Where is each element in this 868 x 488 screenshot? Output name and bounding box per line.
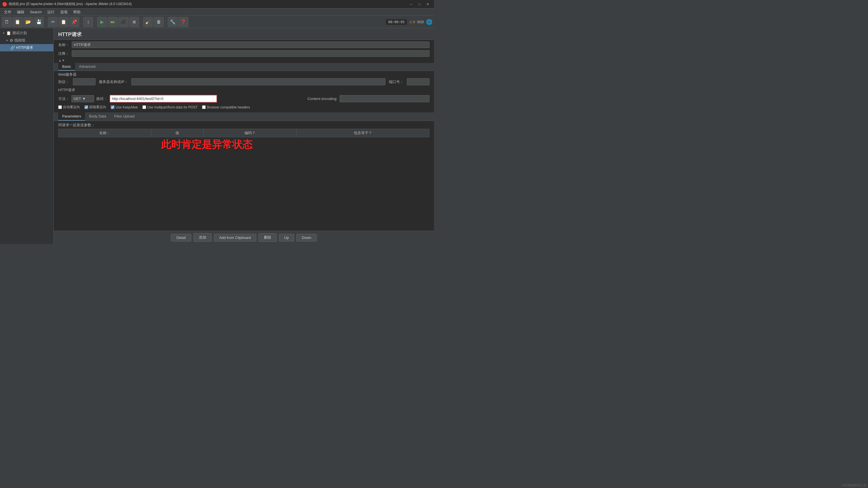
comment-input[interactable] (72, 50, 430, 57)
follow-redirect-checkbox[interactable] (85, 105, 88, 109)
add-button[interactable]: 添加 (193, 233, 212, 242)
name-row: 名称： (54, 40, 434, 49)
warning-indicator: ⚠ 0 (409, 20, 415, 24)
web-server-section: Web服务器 协议： 服务器名称或IP： 端口号： (54, 71, 434, 86)
col-encode: 编码？ (204, 129, 297, 137)
tab-body-data[interactable]: Body Data (85, 112, 110, 121)
path-label: 路径： (96, 96, 107, 101)
toolbar-sep-2 (81, 18, 82, 26)
main-layout: ▼ 📋 测试计划 ▼ ⚙ 线程组 🔗 HTTP请求 HTTP请求 名称： (0, 28, 434, 244)
tab-advanced[interactable]: Advanced (75, 63, 99, 71)
browser-compat-label: Browser compatible headers (207, 105, 250, 109)
menu-run[interactable]: 运行 (44, 9, 57, 15)
clear-button[interactable]: 🧹 (143, 17, 153, 27)
port-label: 端口号： (389, 79, 403, 85)
table-area: 同请求一起发送参数： 名称： 值 编码？ 包含等于？ (54, 121, 434, 137)
multipart-checkbox[interactable] (143, 105, 146, 109)
open-button[interactable]: 📂 (23, 17, 33, 27)
params-table-container: 名称： 值 编码？ 包含等于？ (54, 129, 434, 137)
check-auto-redirect[interactable]: 自动重定向 (58, 105, 80, 109)
down-button[interactable]: Down (297, 234, 316, 241)
browser-compat-checkbox[interactable] (202, 105, 206, 109)
copy-button[interactable]: 📋 (59, 17, 69, 27)
check-keepalive[interactable]: Use KeepAlive (111, 105, 138, 109)
toolbar-right: 00:00:05 ⚠ 0 0/10 🌐 (386, 19, 432, 25)
content-encoding-input[interactable] (340, 95, 430, 102)
menu-help[interactable]: 帮助 (70, 9, 83, 15)
test-count: 0/10 (417, 20, 424, 24)
tree-item-http-request[interactable]: 🔗 HTTP请求 (0, 44, 53, 52)
cut-button[interactable]: ✂ (48, 17, 58, 27)
expand-button[interactable]: ↕ (83, 17, 93, 27)
function-helper-button[interactable]: 🔧 (167, 17, 178, 27)
add-clipboard-button[interactable]: Add from Clipboard (214, 234, 256, 241)
http-request-icon: 🔗 (10, 45, 15, 50)
menu-options[interactable]: 选项 (57, 9, 70, 15)
tab-parameters[interactable]: Parameters (58, 112, 85, 121)
delete-button[interactable]: 删除 (258, 233, 277, 242)
path-input[interactable] (110, 95, 217, 102)
comment-label: 注释： (58, 51, 69, 56)
method-select[interactable]: GET ▼ (71, 95, 94, 102)
protocol-input[interactable] (73, 78, 95, 85)
menu-bar: 文件 编辑 Search 运行 选项 帮助 (0, 8, 434, 16)
web-server-row: 协议： 服务器名称或IP： 端口号： (58, 78, 430, 85)
menu-file[interactable]: 文件 (1, 9, 14, 15)
tree-item-thread-group[interactable]: ▼ ⚙ 线程组 (0, 37, 53, 44)
sidebar: ▼ 📋 测试计划 ▼ ⚙ 线程组 🔗 HTTP请求 (0, 28, 54, 244)
test-plan-icon: 📋 (6, 31, 11, 35)
port-input[interactable] (407, 78, 430, 85)
up-button[interactable]: Up (279, 234, 294, 241)
tree-item-test-plan[interactable]: ▼ 📋 测试计划 (0, 29, 53, 37)
collapse-icon[interactable]: ▲▼ (58, 59, 65, 62)
start-button[interactable]: ▶ (97, 17, 107, 27)
menu-edit[interactable]: 编辑 (14, 9, 27, 15)
toolbar-sep-1 (46, 18, 46, 26)
multipart-label: Use multipart/form-data for POST (147, 105, 198, 109)
start-no-pause-button[interactable]: ⏭ (107, 17, 118, 27)
check-follow-redirect[interactable]: 跟随重定向 (85, 105, 106, 109)
new-button[interactable]: 🗒 (2, 17, 12, 27)
keepalive-checkbox[interactable] (111, 105, 115, 109)
window-controls[interactable]: ─ □ ✕ (407, 1, 432, 7)
http-request-section: HTTP请求 方法： GET ▼ 路径： Content encoding: (54, 86, 434, 112)
sidebar-resize-handle[interactable] (52, 28, 53, 244)
check-browser-compat[interactable]: Browser compatible headers (202, 105, 250, 109)
stop-button[interactable]: ⬛ (118, 17, 129, 27)
open-template-button[interactable]: 📋 (12, 17, 23, 27)
web-server-title: Web服务器 (58, 72, 430, 77)
content-area: HTTP请求 名称： 注释： ▲▼ Basic Advanced (54, 28, 434, 244)
checkboxes-row: 自动重定向 跟随重定向 Use KeepAlive Use multipart/… (58, 104, 430, 111)
http-method-path-row: 方法： GET ▼ 路径： Content encoding: (58, 94, 430, 104)
title-bar: 🔴 线程组.jmx (E:\apache-jmeter-4.0\bin\线程组.… (0, 0, 434, 8)
detail-button[interactable]: Detail (171, 234, 191, 241)
help-button[interactable]: ❓ (178, 17, 188, 27)
save-button[interactable]: 💾 (34, 17, 44, 27)
clear-all-button[interactable]: 🗑 (154, 17, 164, 27)
tree-label-thread-group: 线程组 (14, 38, 25, 43)
tab-files-upload[interactable]: Files Upload (110, 112, 138, 121)
toolbar-sep-4 (141, 18, 141, 26)
follow-redirect-label: 跟随重定向 (89, 105, 106, 109)
bottom-bar: Detail 添加 Add from Clipboard 删除 Up Down (54, 231, 434, 244)
name-input[interactable] (72, 41, 430, 48)
check-multipart[interactable]: Use multipart/form-data for POST (143, 105, 198, 109)
toggle-icon-test-plan: ▼ (2, 32, 5, 35)
window-title: 线程组.jmx (E:\apache-jmeter-4.0\bin\线程组.jm… (9, 2, 132, 6)
auto-redirect-checkbox[interactable] (58, 105, 62, 109)
menu-search[interactable]: Search (27, 9, 44, 15)
tab-basic[interactable]: Basic (58, 63, 75, 71)
maximize-button[interactable]: □ (415, 1, 423, 7)
method-value: GET (73, 97, 81, 101)
col-value: 值 (151, 129, 204, 137)
shutdown-button[interactable]: ⏹ (129, 17, 139, 27)
minimize-button[interactable]: ─ (407, 1, 415, 7)
basic-advanced-tabs: Basic Advanced (54, 63, 434, 71)
col-include-equals: 包含等于？ (297, 129, 430, 137)
paste-button[interactable]: 📌 (69, 17, 80, 27)
http-section-title: HTTP请求 (58, 88, 430, 93)
close-button[interactable]: ✕ (424, 1, 432, 7)
timer-display: 00:00:05 (386, 19, 407, 25)
collapse-row: ▲▼ (54, 58, 434, 63)
server-input[interactable] (131, 78, 385, 85)
